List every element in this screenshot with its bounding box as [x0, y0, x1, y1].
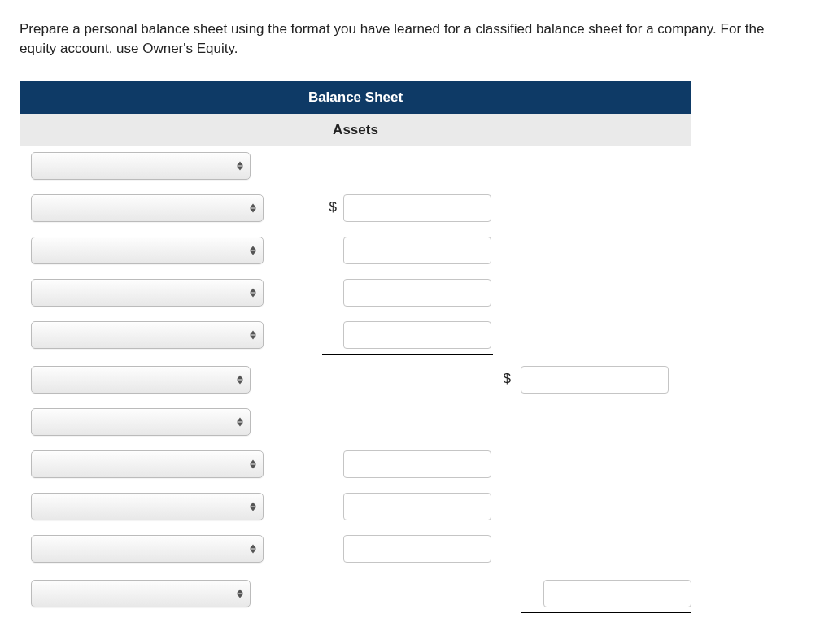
amount-input[interactable]	[343, 450, 491, 478]
amount-input[interactable]	[343, 279, 491, 307]
account-select[interactable]	[31, 237, 264, 264]
chevron-sort-icon	[237, 161, 243, 170]
table-row	[20, 445, 691, 487]
chevron-sort-icon	[250, 288, 256, 297]
account-select[interactable]	[31, 493, 264, 520]
chevron-sort-icon	[237, 589, 243, 598]
account-select[interactable]	[31, 279, 264, 307]
table-row	[20, 574, 691, 619]
chevron-sort-icon	[250, 203, 256, 212]
currency-symbol: $	[496, 366, 521, 387]
amount-input[interactable]	[343, 493, 491, 520]
currency-symbol	[319, 279, 343, 284]
account-select[interactable]	[31, 152, 251, 180]
instructions-text: Prepare a personal balance sheet using t…	[20, 20, 768, 59]
currency-symbol	[319, 237, 343, 242]
account-select[interactable]	[31, 450, 264, 478]
amount-input[interactable]	[343, 237, 491, 264]
account-select[interactable]	[31, 580, 251, 607]
amount-input[interactable]	[343, 194, 491, 222]
table-row	[20, 315, 691, 360]
currency-symbol	[319, 493, 343, 498]
account-select[interactable]	[31, 366, 251, 394]
account-select[interactable]	[31, 321, 264, 349]
chevron-sort-icon	[250, 246, 256, 255]
amount-input[interactable]	[343, 535, 491, 563]
amount-input[interactable]	[343, 321, 491, 349]
amount-input[interactable]	[543, 580, 691, 607]
currency-symbol: $	[319, 194, 343, 215]
account-select[interactable]	[31, 194, 264, 222]
table-row: $	[20, 189, 691, 231]
chevron-sort-icon	[250, 544, 256, 553]
chevron-sort-icon	[250, 459, 256, 468]
account-select[interactable]	[31, 408, 251, 436]
table-row	[20, 529, 691, 574]
chevron-sort-icon	[237, 375, 243, 384]
table-row	[20, 231, 691, 273]
chevron-sort-icon	[250, 330, 256, 339]
table-row	[20, 146, 691, 189]
chevron-sort-icon	[250, 502, 256, 511]
account-select[interactable]	[31, 535, 264, 563]
currency-symbol	[319, 450, 343, 455]
amount-input[interactable]	[521, 366, 669, 394]
table-row	[20, 402, 691, 445]
balance-sheet-table: Balance Sheet Assets $$	[20, 81, 691, 619]
chevron-sort-icon	[237, 417, 243, 426]
table-row	[20, 487, 691, 529]
section-assets: Assets	[20, 114, 691, 146]
table-row: $	[20, 360, 691, 402]
sheet-title: Balance Sheet	[20, 81, 691, 114]
table-row	[20, 273, 691, 315]
